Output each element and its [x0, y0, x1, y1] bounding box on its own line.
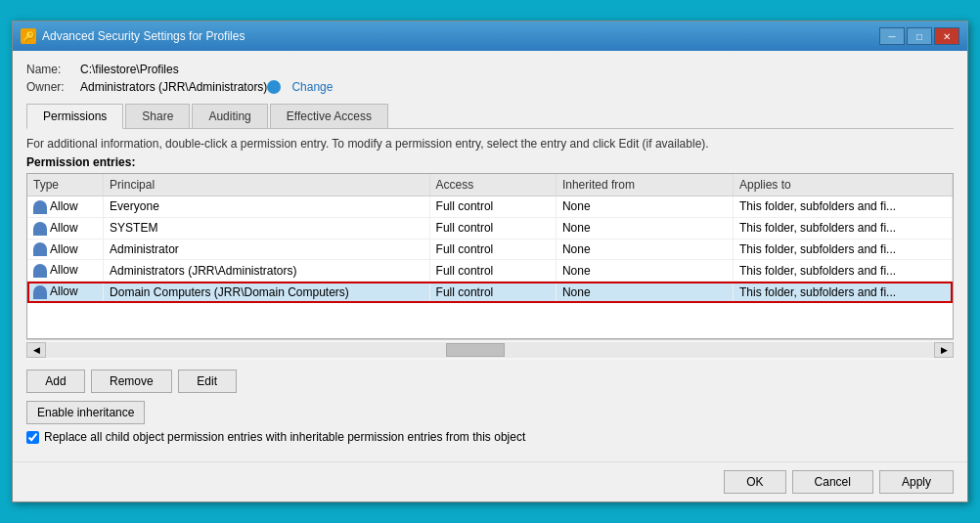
cell-access: Full control	[429, 282, 556, 303]
table-row[interactable]: AllowDomain Computers (JRR\Domain Comput…	[27, 282, 953, 303]
cell-access: Full control	[429, 260, 556, 282]
title-controls: ─ □ ✕	[879, 27, 959, 45]
owner-label: Owner:	[26, 80, 80, 94]
tab-effective-access[interactable]: Effective Access	[270, 104, 388, 128]
inheritance-button-row: Enable inheritance	[26, 401, 954, 424]
permissions-table: Type Principal Access Inherited from App…	[27, 174, 953, 303]
scroll-left-arrow[interactable]: ◀	[26, 342, 46, 358]
scroll-right-arrow[interactable]: ▶	[934, 342, 954, 358]
title-bar: 🔑 Advanced Security Settings for Profile…	[13, 22, 967, 51]
table-row[interactable]: AllowEveryoneFull controlNoneThis folder…	[27, 196, 953, 218]
name-label: Name:	[26, 63, 80, 76]
cell-access: Full control	[429, 196, 556, 218]
col-header-inherited: Inherited from	[556, 174, 733, 196]
cell-type: Allow	[27, 217, 104, 239]
change-owner-link[interactable]: Change	[291, 80, 333, 94]
permissions-table-container: Type Principal Access Inherited from App…	[26, 173, 954, 339]
tab-permissions[interactable]: Permissions	[26, 104, 123, 129]
table-row[interactable]: AllowSYSTEMFull controlNoneThis folder, …	[27, 217, 953, 239]
replace-checkbox-row: Replace all child object permission entr…	[26, 430, 954, 444]
cell-type: Allow	[27, 239, 104, 260]
title-bar-left: 🔑 Advanced Security Settings for Profile…	[21, 28, 245, 44]
maximize-button[interactable]: □	[907, 27, 932, 45]
tab-share[interactable]: Share	[125, 104, 190, 128]
cell-applies-to: This folder, subfolders and fi...	[734, 217, 953, 239]
scroll-thumb[interactable]	[446, 343, 505, 357]
table-row[interactable]: AllowAdministrators (JRR\Administrators)…	[27, 260, 953, 282]
cell-inherited-from: None	[556, 217, 733, 239]
cell-principal: Domain Computers (JRR\Domain Computers)	[104, 282, 429, 303]
horizontal-scrollbar[interactable]: ◀ ▶	[26, 339, 954, 360]
tab-bar: Permissions Share Auditing Effective Acc…	[26, 104, 954, 129]
cell-type: Allow	[27, 260, 104, 282]
action-buttons-row: Add Remove Edit	[26, 370, 954, 393]
apply-button[interactable]: Apply	[879, 470, 954, 494]
replace-permissions-label: Replace all child object permission entr…	[44, 430, 525, 444]
cancel-button[interactable]: Cancel	[792, 470, 873, 494]
cell-access: Full control	[429, 239, 556, 260]
scroll-track[interactable]	[46, 342, 934, 358]
cell-principal: SYSTEM	[104, 217, 429, 239]
cell-principal: Administrator	[104, 239, 429, 260]
cell-principal: Administrators (JRR\Administrators)	[104, 260, 429, 282]
cell-inherited-from: None	[556, 282, 733, 303]
app-icon: 🔑	[21, 28, 36, 44]
tab-auditing[interactable]: Auditing	[192, 104, 267, 128]
permission-entries-label: Permission entries:	[26, 155, 954, 169]
cell-applies-to: This folder, subfolders and fi...	[734, 239, 953, 260]
cell-type: Allow	[27, 196, 104, 218]
description-text: For additional information, double-click…	[26, 137, 954, 151]
cell-type: Allow	[27, 282, 104, 303]
cell-inherited-from: None	[556, 196, 733, 218]
col-header-principal: Principal	[104, 174, 429, 196]
name-value: C:\filestore\Profiles	[80, 63, 179, 76]
col-header-type: Type	[27, 174, 104, 196]
cell-access: Full control	[429, 217, 556, 239]
col-header-applies: Applies to	[734, 174, 953, 196]
cell-applies-to: This folder, subfolders and fi...	[734, 282, 953, 303]
cell-inherited-from: None	[556, 239, 733, 260]
cell-inherited-from: None	[556, 260, 733, 282]
remove-button[interactable]: Remove	[91, 370, 172, 393]
table-header-row: Type Principal Access Inherited from App…	[27, 174, 953, 196]
cell-applies-to: This folder, subfolders and fi...	[734, 196, 953, 218]
globe-icon	[267, 80, 281, 94]
owner-value: Administrators (JRR\Administrators)	[80, 80, 267, 94]
edit-button[interactable]: Edit	[178, 370, 237, 393]
table-row[interactable]: AllowAdministratorFull controlNoneThis f…	[27, 239, 953, 260]
cell-applies-to: This folder, subfolders and fi...	[734, 260, 953, 282]
enable-inheritance-button[interactable]: Enable inheritance	[26, 401, 145, 424]
content-area: Name: C:\filestore\Profiles Owner: Admin…	[13, 51, 967, 461]
add-button[interactable]: Add	[26, 370, 85, 393]
minimize-button[interactable]: ─	[879, 27, 905, 45]
close-button[interactable]: ✕	[934, 27, 959, 45]
window-title: Advanced Security Settings for Profiles	[42, 29, 245, 43]
cell-principal: Everyone	[104, 196, 429, 218]
name-row: Name: C:\filestore\Profiles	[26, 63, 954, 76]
owner-row: Owner: Administrators (JRR\Administrator…	[26, 80, 954, 94]
main-window: 🔑 Advanced Security Settings for Profile…	[12, 21, 968, 502]
replace-permissions-checkbox[interactable]	[26, 431, 39, 444]
col-header-access: Access	[429, 174, 556, 196]
bottom-bar: OK Cancel Apply	[13, 461, 967, 501]
ok-button[interactable]: OK	[724, 470, 785, 494]
